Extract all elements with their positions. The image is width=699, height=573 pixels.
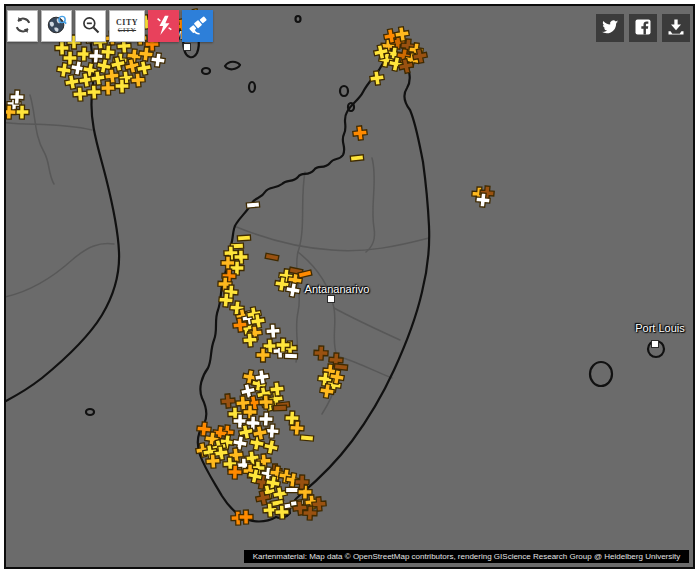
lightning-strike-minus-marker — [286, 487, 299, 492]
facebook-icon — [633, 17, 653, 40]
globe-search-icon — [46, 14, 68, 39]
detectors-toggle-button[interactable] — [182, 10, 213, 42]
city-labels-toggle-button[interactable]: CITY CITY — [109, 10, 145, 42]
city-marker — [183, 43, 191, 51]
lightning-bolt-icon — [153, 13, 175, 40]
lightning-strike-marker — [263, 439, 280, 456]
lightning-strike-marker — [369, 70, 385, 86]
download-button[interactable] — [662, 14, 690, 42]
map-viewport[interactable]: MoroniAntananarivoPort Louis — [4, 4, 695, 569]
city-toggle-icon: CITY CITY — [116, 19, 138, 34]
refresh-button[interactable] — [7, 10, 38, 42]
lightning-strike-minus-marker — [350, 155, 363, 162]
facebook-share-button[interactable] — [629, 14, 657, 42]
refresh-icon — [13, 15, 33, 38]
map-frame: MoroniAntananarivoPort Louis — [4, 4, 695, 569]
lightning-strike-minus-marker — [300, 435, 313, 441]
lightning-strike-minus-marker — [246, 202, 259, 208]
city-label: Antananarivo — [305, 283, 370, 295]
city-label: Port Louis — [635, 322, 685, 334]
lightning-strike-marker — [266, 324, 281, 339]
lightning-strike-marker — [220, 393, 235, 408]
lightning-strike-minus-marker — [265, 253, 279, 261]
lightning-strike-minus-marker — [237, 235, 250, 241]
lightning-strike-minus-marker — [273, 405, 286, 411]
satellite-icon — [186, 13, 210, 40]
zoom-out-icon — [81, 15, 101, 38]
map-toolbar: CITY CITY — [7, 10, 213, 42]
globe-search-button[interactable] — [41, 10, 72, 42]
lightning-strike-minus-marker — [284, 353, 297, 359]
lightning-strike-marker — [314, 346, 329, 361]
map-attribution: Kartenmaterial: Map data © OpenStreetMap… — [244, 550, 689, 563]
city-marker — [327, 295, 335, 303]
city-marker — [651, 340, 659, 348]
lightning-strike-marker — [352, 125, 368, 141]
twitter-icon — [600, 17, 620, 40]
twitter-share-button[interactable] — [596, 14, 624, 42]
lightning-strike-marker — [196, 421, 211, 436]
share-buttons — [596, 14, 690, 42]
download-icon — [666, 17, 686, 40]
zoom-out-button[interactable] — [75, 10, 106, 42]
lightning-strikes-toggle-button[interactable] — [148, 10, 179, 42]
